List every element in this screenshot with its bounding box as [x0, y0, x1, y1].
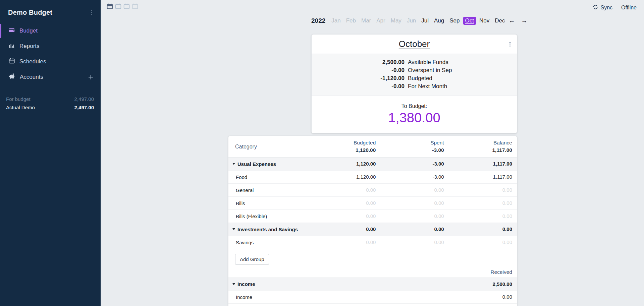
month-jul[interactable]: Jul	[419, 17, 431, 25]
month-dec[interactable]: Dec	[493, 17, 507, 25]
empty-row	[228, 304, 517, 306]
budgeted-cell[interactable]: 1,120.00	[312, 171, 380, 183]
balance-cell[interactable]: 0.00	[449, 236, 517, 249]
category-row-savings[interactable]: Savings 0.00 0.00 0.00	[228, 236, 517, 249]
kebab-menu-icon[interactable]	[90, 9, 93, 16]
balance-cell[interactable]: 0.00	[449, 197, 517, 209]
budget-file-title[interactable]: Demo Budget	[8, 9, 52, 16]
budgeted-amount: -1,120.00	[312, 74, 405, 82]
available-funds-amount: 2,500.00	[312, 58, 405, 66]
calendar-months-1-icon[interactable]	[107, 3, 113, 11]
overspent-label: Overspent in Sep	[408, 66, 452, 74]
month-sep[interactable]: Sep	[447, 17, 462, 25]
sidebar-item-label: Budget	[19, 27, 38, 34]
sync-button[interactable]: Sync	[593, 4, 612, 11]
budgeted-cell[interactable]: 0.00	[312, 210, 380, 223]
month-mar: Mar	[359, 17, 373, 25]
collapse-triangle-icon[interactable]	[232, 163, 235, 165]
category-label[interactable]: Food	[228, 171, 312, 183]
balance-cell[interactable]: 1,117.00	[449, 171, 517, 183]
category-row-bills[interactable]: Bills 0.00 0.00 0.00	[228, 197, 517, 210]
group-label[interactable]: Investments and Savings	[237, 227, 298, 232]
sidebar-item-accounts[interactable]: Accounts	[0, 69, 101, 85]
month-picker: 2022 Jan Feb Mar Apr May Jun Jul Aug Sep…	[311, 17, 517, 25]
balance-cell[interactable]: 0.00	[449, 184, 517, 196]
column-total: 1,120.00	[312, 147, 376, 153]
bar-chart-icon	[9, 43, 15, 50]
available-funds-label: Available Funds	[408, 58, 448, 66]
calendar-months-3-icon[interactable]	[123, 3, 130, 11]
sidebar-totals: For budget 2,497.00 Actual Demo 2,497.00	[0, 95, 101, 112]
spent-cell[interactable]: 0.00	[380, 236, 448, 249]
received-cell[interactable]: 0.00	[312, 291, 517, 303]
column-total: -3.00	[380, 147, 444, 153]
summary-row: 2,500.00 Available Funds	[312, 58, 517, 66]
group-spent-value: -3.00	[380, 158, 448, 170]
sidebar-item-label: Accounts	[20, 74, 43, 80]
spent-cell[interactable]: 0.00	[380, 210, 448, 223]
next-month-amount: -0.00	[312, 82, 405, 90]
category-label[interactable]: General	[228, 184, 312, 196]
account-row-actual-demo[interactable]: Actual Demo 2,497.00	[0, 103, 101, 112]
category-label[interactable]: Income	[228, 291, 312, 303]
group-row-investments-savings[interactable]: Investments and Savings 0.00 0.00 0.00	[228, 223, 517, 236]
main-area: Sync Offline 2022 Jan Feb Mar Apr May Ju…	[101, 0, 644, 306]
month-jan: Jan	[329, 17, 342, 25]
group-label[interactable]: Income	[237, 281, 255, 287]
group-spent-value: 0.00	[380, 223, 448, 236]
column-label: Balance	[449, 140, 512, 146]
sidebar-item-schedules[interactable]: Schedules	[0, 54, 101, 69]
offline-status: Offline	[621, 5, 637, 11]
table-header: Category Budgeted 1,120.00 Spent -3.00 B…	[228, 136, 517, 158]
calendar-months-4-icon[interactable]	[132, 3, 138, 11]
category-row-general[interactable]: General 0.00 0.00 0.00	[228, 184, 517, 197]
summary-card-header: October	[312, 35, 517, 54]
category-label[interactable]: Bills	[228, 197, 312, 209]
budgeted-label: Budgeted	[408, 74, 432, 82]
month-title[interactable]: October	[399, 39, 430, 49]
sidebar-item-budget[interactable]: Budget	[0, 23, 101, 39]
group-balance-value: 0.00	[449, 223, 517, 236]
spent-cell[interactable]: -3.00	[380, 171, 448, 183]
calendar-icon	[9, 58, 15, 65]
summary-row: -0.00 For Next Month	[312, 82, 517, 90]
account-amount: 2,497.00	[74, 105, 94, 110]
for-budget-row[interactable]: For budget 2,497.00	[0, 95, 101, 103]
month-may: May	[389, 17, 404, 25]
to-budget-amount[interactable]: 1,380.00	[312, 110, 517, 125]
budgeted-cell[interactable]: 0.00	[312, 184, 380, 196]
add-account-plus-icon[interactable]	[88, 75, 93, 80]
month-nov[interactable]: Nov	[477, 17, 491, 25]
balance-cell[interactable]: 0.00	[449, 210, 517, 223]
month-jun: Jun	[405, 17, 418, 25]
next-month-arrow-icon[interactable]: →	[520, 17, 528, 24]
year-label: 2022	[311, 17, 325, 24]
category-row-food[interactable]: Food 1,120.00 -3.00 1,117.00	[228, 171, 517, 184]
calendar-months-2-icon[interactable]	[115, 3, 121, 11]
sidebar-item-reports[interactable]: Reports	[0, 39, 101, 54]
add-group-button[interactable]: Add Group	[235, 254, 269, 265]
for-budget-amount: 2,497.00	[74, 96, 94, 102]
month-apr: Apr	[374, 17, 387, 25]
category-label[interactable]: Bills (Flexible)	[228, 210, 312, 223]
group-label[interactable]: Usual Expenses	[237, 161, 276, 167]
sidebar-item-label: Schedules	[19, 58, 46, 65]
spent-cell[interactable]: 0.00	[380, 184, 448, 196]
category-row-income[interactable]: Income 0.00	[228, 291, 517, 304]
month-summary-card: October 2,500.00 Available Funds -0.00 O…	[311, 34, 517, 133]
group-balance-value: 1,117.00	[449, 158, 517, 170]
category-row-bills-flexible[interactable]: Bills (Flexible) 0.00 0.00 0.00	[228, 210, 517, 223]
month-aug[interactable]: Aug	[432, 17, 446, 25]
month-menu-kebab-icon[interactable]	[508, 40, 512, 48]
collapse-triangle-icon[interactable]	[232, 283, 235, 285]
collapse-triangle-icon[interactable]	[232, 228, 235, 230]
month-oct[interactable]: Oct	[463, 17, 476, 25]
for-budget-label: For budget	[6, 96, 31, 102]
spent-cell[interactable]: 0.00	[380, 197, 448, 209]
budgeted-cell[interactable]: 0.00	[312, 236, 380, 249]
budgeted-cell[interactable]: 0.00	[312, 197, 380, 209]
prev-month-arrow-icon[interactable]: ←	[507, 17, 516, 24]
category-label[interactable]: Savings	[228, 236, 312, 249]
group-row-usual-expenses[interactable]: Usual Expenses 1,120.00 -3.00 1,117.00	[228, 158, 517, 171]
group-row-income[interactable]: Income 2,500.00	[228, 278, 517, 291]
